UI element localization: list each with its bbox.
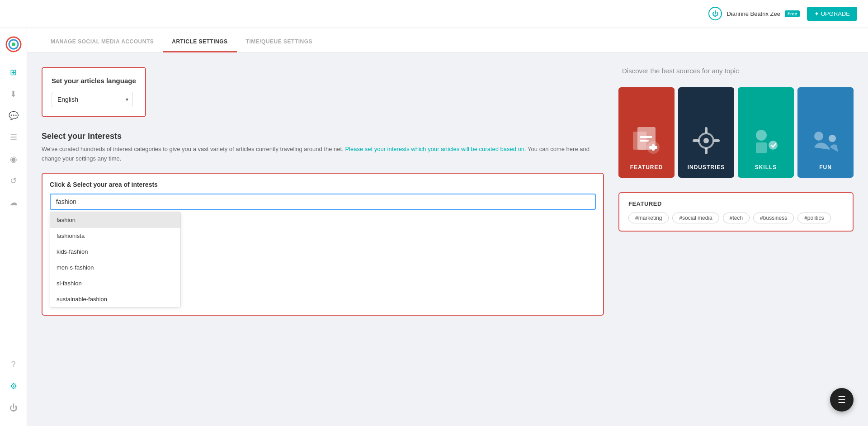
tab-article-settings[interactable]: ARTICLE SETTINGS [163,32,236,52]
logo[interactable] [5,36,22,54]
language-section-title: Set your articles language [52,77,136,85]
card-featured[interactable]: FEATURED [618,87,675,178]
dropdown-item-fashionista[interactable]: fashionista [50,228,180,244]
svg-point-16 [756,130,767,141]
dropdown-item-sustainable-fashion[interactable]: sustainable-fashion [50,291,180,307]
dropdown-item-mens-fashion[interactable]: men-s-fashion [50,260,180,275]
discover-title: Discover the best sources for any topic [618,67,854,75]
sidebar-item-logout[interactable]: ⏻ [5,399,23,417]
header: ⏻ Diannne Beatrix Zee Free ✦ UPGRADE [0,0,868,27]
tabs-bar: MANAGE SOCIAL MEDIA ACCOUNTS ARTICLE SET… [27,27,868,52]
language-select-wrapper: English French Spanish German Italian Po… [52,92,133,107]
page-body: Set your articles language English Frenc… [27,52,868,426]
upgrade-button[interactable]: ✦ UPGRADE [807,7,857,21]
svg-rect-17 [756,142,767,153]
svg-rect-5 [640,136,652,138]
interests-title: Select your interests [42,132,604,141]
sidebar: ⊞ ⬇ 💬 ☰ ◉ ↺ ☁ ? ⚙ ⏻ [0,27,27,426]
card-fun-label: FUN [819,164,832,170]
svg-point-20 [829,135,836,142]
sidebar-item-cloud[interactable]: ☁ [5,194,23,212]
svg-rect-13 [705,148,708,154]
svg-rect-9 [649,146,657,149]
user-avatar-icon: ⏻ [708,7,722,20]
featured-box-title: FEATURED [628,200,844,207]
user-info: ⏻ Diannne Beatrix Zee Free [708,7,800,20]
tag-marketing[interactable]: #marketing [628,213,669,223]
sidebar-item-help[interactable]: ? [5,355,23,374]
svg-rect-14 [693,139,699,142]
interests-description: We've curated hundreds of interest categ… [42,145,604,164]
svg-rect-12 [705,127,708,133]
card-industries[interactable]: INDUSTRIES [678,87,734,178]
main-layout: ⊞ ⬇ 💬 ☰ ◉ ↺ ☁ ? ⚙ ⏻ MANAGE SOCIAL MEDIA … [0,27,868,426]
interests-section: Select your interests We've curated hund… [42,132,604,316]
svg-point-11 [703,138,709,143]
tag-tech[interactable]: #tech [723,213,750,223]
left-panel: Set your articles language English Frenc… [42,67,618,412]
tags-row: #marketing #social media #tech #bussines… [628,213,844,223]
svg-point-18 [769,141,778,150]
sidebar-bottom: ? ⚙ ⏻ [5,355,23,417]
sidebar-item-dashboard[interactable]: ⊞ [5,63,23,81]
user-name: Diannne Beatrix Zee [726,10,780,17]
svg-rect-6 [640,140,649,142]
svg-point-2 [12,43,15,46]
interests-link[interactable]: Please set your interests which your art… [345,146,526,152]
svg-rect-15 [713,139,720,142]
interests-search-input[interactable] [50,194,596,210]
featured-box: FEATURED #marketing #social media #tech … [618,192,854,232]
sidebar-item-chat[interactable]: ☰ [5,128,23,147]
language-section: Set your articles language English Frenc… [42,67,146,117]
interests-box: Click & Select your area of interests fa… [42,173,604,316]
sidebar-item-history[interactable]: ↺ [5,172,23,190]
free-badge: Free [785,10,800,17]
sidebar-item-bubble[interactable]: 💬 [5,107,23,125]
tag-politics[interactable]: #politics [797,213,830,223]
sidebar-item-download[interactable]: ⬇ [5,85,23,103]
card-industries-label: INDUSTRIES [688,164,725,170]
svg-point-19 [814,132,823,141]
dropdown-item-sl-fashion[interactable]: sl-fashion [50,275,180,291]
dropdown-item-kids-fashion[interactable]: kids-fashion [50,244,180,260]
main-content: MANAGE SOCIAL MEDIA ACCOUNTS ARTICLE SET… [27,27,868,426]
card-featured-label: FEATURED [630,164,663,170]
category-cards: FEATURED INDUSTRIES [618,87,854,178]
tab-manage-social[interactable]: MANAGE SOCIAL MEDIA ACCOUNTS [42,32,163,52]
language-select[interactable]: English French Spanish German Italian Po… [52,92,133,107]
dropdown-item-fashion[interactable]: fashion [50,212,180,228]
card-fun[interactable]: FUN [797,87,854,178]
sidebar-item-rss[interactable]: ◉ [5,150,23,168]
card-skills[interactable]: SKILLS [738,87,794,178]
card-skills-label: SKILLS [755,164,777,170]
tab-time-queue[interactable]: TIME/QUEUE SETTINGS [237,32,322,52]
sidebar-item-settings[interactable]: ⚙ [5,377,23,395]
tag-bussiness[interactable]: #bussiness [753,213,794,223]
interests-box-title: Click & Select your area of interests [50,181,596,188]
tag-social-media[interactable]: #social media [672,213,719,223]
right-panel: Discover the best sources for any topic [618,67,854,412]
interests-dropdown: fashion fashionista kids-fashion men-s-f… [50,212,181,308]
fab-button[interactable]: ☰ [830,388,854,412]
